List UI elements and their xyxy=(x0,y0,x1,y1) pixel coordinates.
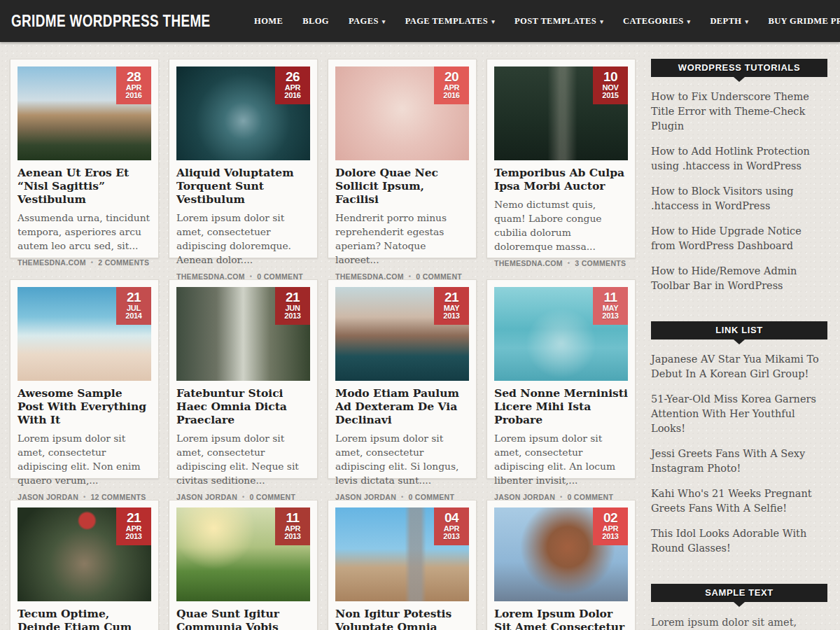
site-logo[interactable]: GRIDME WORDPRESS THEME xyxy=(11,12,211,31)
widget-link[interactable]: 51-Year-Old Miss Korea Garners Attention… xyxy=(651,392,827,436)
post-date-day: 11 xyxy=(278,511,307,525)
post-excerpt: Lorem ipsum dolor sit amet, consectetur … xyxy=(176,431,310,487)
main-nav: HOME BLOG PAGES ▾ PAGE TEMPLATES ▾ POST … xyxy=(254,16,840,27)
post-title[interactable]: Modo Etiam Paulum Ad Dexteram De Via Dec… xyxy=(335,387,469,427)
post-thumbnail[interactable]: 28 APR 2016 xyxy=(18,66,151,160)
nav-item-post-templates[interactable]: POST TEMPLATES ▾ xyxy=(514,16,603,27)
post-card: 11 APR 2013 Quae Sunt Igitur Communia Vo… xyxy=(169,500,318,630)
sidebar: WORDPRESS TUTORIALS How to Fix Underscor… xyxy=(651,59,827,630)
post-date-badge: 20 APR 2016 xyxy=(434,66,469,104)
post-excerpt: Nemo dictumst quis, quam! Labore congue … xyxy=(494,197,628,253)
post-date-year: 2013 xyxy=(278,312,307,321)
post-card: 21 MAY 2013 Modo Etiam Paulum Ad Dextera… xyxy=(328,279,477,479)
post-date-badge: 21 APR 2013 xyxy=(116,507,151,545)
post-title[interactable]: Sed Nonne Merninisti Licere Mihi Ista Pr… xyxy=(494,387,628,427)
chevron-down-icon: ▾ xyxy=(382,18,386,25)
nav-item-label: PAGES xyxy=(349,16,379,27)
widget-list: Japanese AV Star Yua Mikami To Debut In … xyxy=(651,352,827,556)
nav-item-label: PAGE TEMPLATES xyxy=(405,16,488,27)
post-title[interactable]: Lorem Ipsum Dolor Sit Amet Consectetur xyxy=(494,608,628,630)
posts-grid: 28 APR 2016 Aenean Ut Eros Et “Nisl Sagi… xyxy=(10,59,636,630)
post-date-year: 2013 xyxy=(596,533,625,541)
post-card: 21 JUN 2013 Fatebuntur Stoici Haec Omnia… xyxy=(169,279,318,479)
post-title[interactable]: Awesome Sample Post With Everything With… xyxy=(18,387,151,427)
post-date-day: 20 xyxy=(437,70,466,84)
post-thumbnail[interactable]: 20 APR 2016 xyxy=(335,66,469,160)
sidebar-widget-wordpress-tutorials: WORDPRESS TUTORIALS How to Fix Underscor… xyxy=(651,59,827,293)
widget-link[interactable]: Japanese AV Star Yua Mikami To Debut In … xyxy=(651,352,827,382)
widget-link[interactable]: How to Fix Underscore Theme Title Error … xyxy=(651,90,827,134)
nav-item-blog[interactable]: BLOG xyxy=(302,16,329,27)
post-comments-link[interactable]: 3 COMMENTS xyxy=(575,259,626,267)
post-card: 21 APR 2013 Tecum Optime, Deinde Etiam C… xyxy=(10,500,159,630)
meta-separator-icon: • xyxy=(568,260,570,267)
page-content: 28 APR 2016 Aenean Ut Eros Et “Nisl Sagi… xyxy=(0,42,840,630)
sidebar-widget-link-list: LINK LIST Japanese AV Star Yua Mikami To… xyxy=(651,321,827,556)
post-thumbnail[interactable]: 10 NOV 2015 xyxy=(494,66,628,160)
post-thumbnail[interactable]: 21 MAY 2013 xyxy=(335,287,469,381)
nav-item-label: HOME xyxy=(254,16,283,27)
post-date-year: 2013 xyxy=(119,533,148,541)
post-thumbnail[interactable]: 11 MAY 2013 xyxy=(494,287,628,381)
post-author[interactable]: THEMESDNA.COM xyxy=(18,258,86,267)
widget-link[interactable]: How to Add Hotlink Protection using .hta… xyxy=(651,144,827,174)
post-excerpt: Lorem ipsum dolor sit amet, consectetur … xyxy=(494,431,628,487)
post-card: 28 APR 2016 Aenean Ut Eros Et “Nisl Sagi… xyxy=(10,59,159,258)
chevron-down-icon: ▾ xyxy=(491,18,495,25)
post-excerpt: Assumenda urna, tincidunt tempora, asper… xyxy=(18,211,151,253)
post-title[interactable]: Fatebuntur Stoici Haec Omnia Dicta Praec… xyxy=(176,387,310,427)
post-thumbnail[interactable]: 02 APR 2013 xyxy=(494,507,628,601)
post-title[interactable]: Temporibus Ab Culpa Ipsa Morbi Auctor xyxy=(494,167,628,193)
widget-title-text: LINK LIST xyxy=(715,325,763,335)
nav-item-pages[interactable]: PAGES ▾ xyxy=(349,16,386,27)
widget-title-text: SAMPLE TEXT xyxy=(705,587,774,598)
post-date-year: 2013 xyxy=(596,312,625,321)
widget-text: Lorem ipsum dolor sit amet, consectetur … xyxy=(651,615,827,630)
widget-link[interactable]: How to Block Visitors using .htaccess in… xyxy=(651,184,827,214)
meta-separator-icon: • xyxy=(91,259,93,266)
post-thumbnail[interactable]: 21 JUN 2013 xyxy=(176,287,310,381)
post-card: 11 MAY 2013 Sed Nonne Merninisti Licere … xyxy=(486,279,636,479)
post-date-year: 2016 xyxy=(119,92,148,100)
nav-item-home[interactable]: HOME xyxy=(254,16,283,27)
post-date-badge: 10 NOV 2015 xyxy=(593,66,628,104)
post-title[interactable]: Non Igitur Potestis Voluptate Omnia xyxy=(335,608,469,630)
widget-link[interactable]: How to Hide Upgrade Notice from WordPres… xyxy=(651,224,827,253)
post-title[interactable]: Quae Sunt Igitur Communia Vobis Cum xyxy=(176,608,310,630)
post-thumbnail[interactable]: 21 APR 2013 xyxy=(18,507,151,601)
post-date-day: 10 xyxy=(596,70,625,84)
widget-title: SAMPLE TEXT xyxy=(651,584,827,602)
nav-item-categories[interactable]: CATEGORIES ▾ xyxy=(623,16,690,27)
post-date-badge: 02 APR 2013 xyxy=(593,507,628,545)
post-date-year: 2013 xyxy=(437,533,466,541)
widget-list: How to Fix Underscore Theme Title Error … xyxy=(651,90,827,293)
post-date-year: 2013 xyxy=(278,533,307,541)
nav-item-depth[interactable]: DEPTH ▾ xyxy=(710,16,748,27)
widget-link[interactable]: This Idol Looks Adorable With Round Glas… xyxy=(651,526,827,556)
widget-link[interactable]: How to Hide/Remove Admin Toolbar Bar in … xyxy=(651,264,827,293)
nav-item-page-templates[interactable]: PAGE TEMPLATES ▾ xyxy=(405,16,495,27)
post-title[interactable]: Aliquid Voluptatem Torquent Sunt Vestibu… xyxy=(176,167,310,206)
widget-link[interactable]: Jessi Greets Fans With A Sexy Instagram … xyxy=(651,447,827,476)
post-thumbnail[interactable]: 21 JUL 2014 xyxy=(18,287,151,381)
post-author[interactable]: THEMESDNA.COM xyxy=(494,259,563,267)
post-title[interactable]: Dolore Quae Nec Sollicit Ipsum, Facilisi xyxy=(335,167,469,206)
post-date-badge: 04 APR 2013 xyxy=(434,507,469,545)
nav-item-buy-gridme-pro[interactable]: BUY GRIDME PRO xyxy=(768,16,840,27)
post-comments-link[interactable]: 2 COMMENTS xyxy=(98,258,149,267)
nav-item-label: DEPTH xyxy=(710,16,741,27)
post-thumbnail[interactable]: 11 APR 2013 xyxy=(176,507,310,601)
post-excerpt: Lorem ipsum dolor sit amet, consectetur … xyxy=(18,431,151,487)
post-date-day: 11 xyxy=(596,290,625,304)
post-card: 26 APR 2016 Aliquid Voluptatem Torquent … xyxy=(169,59,318,258)
widget-link[interactable]: Kahi Who's 21 Weeks Pregnant Greets Fans… xyxy=(651,486,827,516)
post-title[interactable]: Tecum Optime, Deinde Etiam Cum Mediocri xyxy=(18,608,151,630)
post-thumbnail[interactable]: 04 APR 2013 xyxy=(335,507,469,601)
post-date-badge: 21 JUL 2014 xyxy=(116,287,151,325)
post-date-year: 2013 xyxy=(437,312,466,321)
post-date-badge: 21 MAY 2013 xyxy=(434,287,469,325)
post-title[interactable]: Aenean Ut Eros Et “Nisl Sagittis” Vestib… xyxy=(18,167,151,206)
post-date-badge: 28 APR 2016 xyxy=(116,66,151,104)
post-thumbnail[interactable]: 26 APR 2016 xyxy=(176,66,310,160)
chevron-down-icon: ▾ xyxy=(600,18,603,25)
